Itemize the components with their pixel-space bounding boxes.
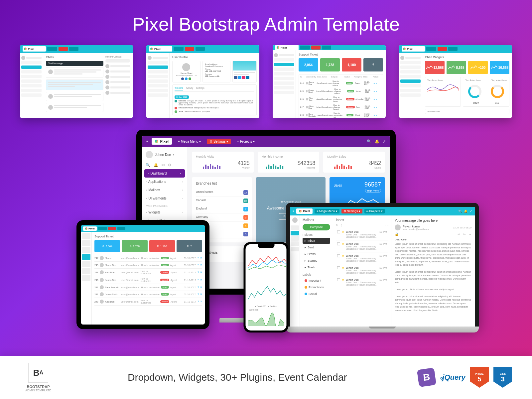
mailbox-sidebar: Mailbox Compose Folders ▸Inbox▸Sent▸Draf… [300, 215, 333, 327]
avatar [395, 224, 401, 230]
hero-title: Pixel Bootstrap Admin Template [0, 0, 532, 45]
footer-tagline: Dropdown, Widgets, 30+ Plugins, Event Ca… [70, 372, 405, 383]
svg-rect-8 [266, 167, 267, 169]
svg-rect-5 [214, 167, 216, 169]
sidebar-item[interactable]: ▫ UI Elements› [142, 194, 187, 202]
mail-row[interactable]: ★Johen DoeJohen Doe – There are many var… [336, 276, 388, 288]
thumb-chats[interactable]: Pixel Chats Chat Message Rece [20, 45, 133, 118]
svg-rect-18 [339, 166, 340, 169]
nav-projects[interactable]: ∞ Projects ▾ [234, 139, 257, 144]
svg-rect-6 [217, 165, 218, 169]
nav-settings[interactable]: ⚙ Settings ▾ [207, 139, 231, 144]
folder-item[interactable]: ▸Inbox [303, 238, 330, 244]
refresh-icon[interactable]: ⟳ [336, 224, 338, 227]
folder-item[interactable]: ▸Starred [303, 258, 330, 264]
svg-rect-2 [207, 166, 209, 169]
table-row[interactable]: 240Johen Doeuser@email.comHow to customi… [94, 276, 202, 284]
svg-rect-1 [205, 165, 206, 169]
gear-icon[interactable]: ⚙ [168, 163, 171, 167]
menu-toggle-icon[interactable]: ≡ [146, 139, 148, 143]
mail-row[interactable]: ★Johen DoeJohen Doe – There are many var… [336, 240, 388, 252]
table-row[interactable]: 243Jhone Doeuser@email.comHow to customi… [94, 262, 202, 269]
html5-icon: HTML5 [470, 367, 489, 388]
table-row[interactable]: 247Jhoneuser@email.comHow to customizeop… [94, 255, 202, 262]
mail-row[interactable]: ★Johen DoeJohen Doe – There are many var… [336, 264, 388, 276]
search-icon[interactable]: 🔍 [146, 163, 150, 167]
svg-rect-20 [343, 166, 345, 169]
mail-detail: Your message title goes here Pavan kumar… [391, 215, 475, 327]
svg-rect-15 [282, 166, 283, 169]
reply-icon[interactable]: ↩ [458, 232, 460, 236]
laptop-mockup: ≡ Pixel ≡ Mega Menu ▾ ⚙ Settings ▾ ∞ Pro… [286, 203, 479, 332]
mail-row[interactable]: ★Johen DoeJohen Doe – There are many var… [336, 228, 388, 240]
table-row[interactable]: 241Johen Sinthuser@email.comHow to custo… [94, 291, 202, 298]
sidebar-item[interactable]: ▫ Widgets› [142, 208, 187, 216]
phone-mockup: ● Tablet (75)● Desktop Tablet (75) [244, 242, 289, 332]
svg-rect-3 [210, 164, 211, 169]
svg-rect-19 [341, 164, 342, 169]
bootstrap-icon: B [417, 368, 437, 387]
table-row[interactable]: 248Alex Doeuser@email.comHow to customiz… [94, 269, 202, 276]
mail-row[interactable]: ★Johen DoeJohen Doe – There are many var… [336, 252, 388, 264]
metric-card: Monthly Income$42358Income [258, 152, 320, 173]
search-icon[interactable]: 🔍 [367, 139, 371, 144]
svg-rect-7 [219, 166, 220, 169]
svg-rect-4 [212, 166, 213, 169]
svg-rect-10 [270, 166, 272, 169]
metric-card: Monthly Visits4125Visitor [192, 152, 254, 173]
reply-all-icon[interactable]: ↪ [463, 232, 466, 236]
folder-item[interactable]: ▸Sent [303, 244, 330, 250]
nav-mega-menu[interactable]: ≡ Mega Menu ▾ [175, 139, 203, 144]
svg-rect-16 [334, 167, 335, 169]
svg-rect-11 [273, 164, 274, 169]
compose-button[interactable]: Compose [303, 224, 330, 230]
bell-icon[interactable]: 🔔 [375, 139, 379, 144]
search-icon[interactable]: 🔍 [458, 209, 462, 213]
jquery-icon: ৩jQuery [440, 373, 466, 382]
sidebar-item[interactable]: ▫ Mailbox› [142, 186, 187, 194]
svg-rect-17 [336, 165, 338, 169]
thumbnail-row: Pixel Chats Chat Message Rece [0, 45, 532, 118]
folder-item[interactable]: ▸Drafts [303, 251, 330, 257]
label-item[interactable]: Social [303, 291, 330, 297]
bootstrap-admin-logo: BA BOOTSTRAP ADMIN TEMPLATE [20, 363, 57, 392]
svg-rect-9 [268, 165, 269, 169]
css3-icon: CSS3 [493, 367, 512, 388]
thumb-support[interactable]: Pixel Support Ticket 2,064 1,738 1,100 ?… [273, 45, 386, 118]
svg-rect-13 [277, 167, 279, 169]
top-navbar: ≡ Pixel ≡ Mega Menu ▾ ⚙ Settings ▾ ∞ Pro… [142, 136, 390, 147]
footer: BA BOOTSTRAP ADMIN TEMPLATE Dropdown, Wi… [0, 356, 532, 399]
svg-rect-12 [275, 166, 276, 169]
brand-logo[interactable]: Pixel [152, 138, 172, 145]
thumb-profile[interactable]: Pixel User Profile Jhone Sinoi account m… [146, 45, 259, 118]
sidebar-item[interactable]: ▫ Applications› [142, 178, 187, 186]
label-item[interactable]: Important [303, 278, 330, 284]
branch-item[interactable]: England7 [196, 205, 248, 213]
expand-icon[interactable]: ⤢ [383, 139, 386, 144]
thumb-charts[interactable]: Pixel Chart Widgets 12,5688,568+10016,56… [399, 45, 512, 118]
folder-item[interactable]: ▸Trash [303, 264, 330, 270]
sidebar-item[interactable]: ▫ Dashboard [144, 169, 185, 178]
svg-rect-14 [280, 165, 281, 169]
svg-rect-23 [350, 166, 352, 169]
metric-card: Monthly Sales8452Sales [323, 152, 385, 173]
expand-icon[interactable]: ⤢ [469, 209, 472, 213]
inbox-list: Inbox ⟳⋮ ‹› ★Johen DoeJohen Doe – There … [333, 215, 391, 327]
branch-item[interactable]: United states14 [196, 189, 248, 197]
svg-rect-22 [348, 165, 349, 169]
attach-icon[interactable]: 🔒 [395, 232, 399, 236]
svg-rect-21 [346, 167, 347, 169]
sidebar-user[interactable]: Johen Doe ▾ [142, 150, 187, 161]
mail-icon[interactable]: ✉ [162, 163, 165, 167]
svg-rect-0 [203, 167, 204, 169]
bell-icon[interactable]: 🔔 [464, 209, 467, 213]
table-row[interactable]: 241Sara Soudeinuser@email.comHow to cust… [94, 284, 202, 291]
bell-icon[interactable]: 🔔 [154, 163, 158, 167]
label-item[interactable]: Promotions [303, 284, 330, 290]
avatar [146, 151, 153, 158]
branch-item[interactable]: Canada07 [196, 197, 248, 205]
forward-icon[interactable]: → [468, 232, 471, 236]
tablet-mockup: Pixel Support [76, 220, 209, 329]
table-row[interactable]: 248Alex Doeuser@email.comHow to customiz… [94, 298, 202, 306]
